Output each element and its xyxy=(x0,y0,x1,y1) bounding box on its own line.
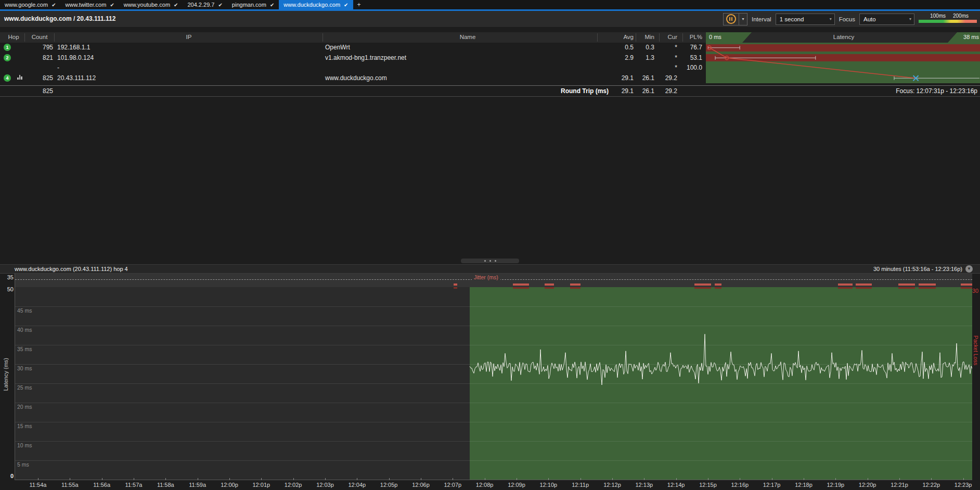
table-row[interactable]: -*100.0 xyxy=(0,63,706,73)
cell-pl: 100.0 xyxy=(678,64,702,71)
header-min: Min xyxy=(630,34,654,40)
tab-pingman.com[interactable]: pingman.com✔ xyxy=(227,0,279,9)
x-axis-label: 11:54a xyxy=(22,482,54,488)
packet-loss-mark xyxy=(545,283,554,286)
controls: ▾ Interval 1 second ▾ Focus Auto ▾ 100ms… xyxy=(723,11,977,27)
x-axis-tick xyxy=(357,478,357,480)
x-axis-tick xyxy=(581,478,581,480)
packet-loss-mark xyxy=(570,283,581,286)
x-axis-tick xyxy=(835,478,836,480)
hop-number-badge: 2 xyxy=(4,54,11,61)
x-axis-tick xyxy=(421,478,421,480)
x-axis-tick xyxy=(612,478,613,480)
packet-loss-mark xyxy=(961,283,972,286)
focus-select[interactable]: Auto ▾ xyxy=(859,14,914,25)
check-icon: ✔ xyxy=(344,2,348,8)
pause-menu-caret-button[interactable]: ▾ xyxy=(739,13,747,25)
tab-www.google.com[interactable]: www.google.com✔ xyxy=(0,0,61,9)
x-axis-label: 11:58a xyxy=(150,482,181,488)
x-axis-label: 11:57a xyxy=(118,482,149,488)
packet-loss-mark xyxy=(856,287,872,289)
cell-min: 26.1 xyxy=(630,74,654,82)
gridline xyxy=(15,441,972,442)
latency-timeline-graph[interactable]: 45 ms40 ms35 ms30 ms25 ms20 ms15 ms10 ms… xyxy=(15,287,972,480)
x-axis-label: 11:56a xyxy=(86,482,118,488)
focus-range-text: Focus: 12:07:31p - 12:23:16p xyxy=(707,87,977,95)
table-header-row: Hop Count IP Name Avg Min Cur PL% 0 ms L… xyxy=(0,32,980,43)
interval-select[interactable]: 1 second ▾ xyxy=(776,14,835,25)
target-title: www.duckduckgo.com / 20.43.111.112 xyxy=(4,15,115,22)
pause-button[interactable] xyxy=(723,13,739,25)
tab-204.2.29.7[interactable]: 204.2.29.7✔ xyxy=(183,0,227,9)
column-separator xyxy=(597,33,598,42)
jitter-graph[interactable]: Jitter (ms) xyxy=(15,274,972,287)
packet-loss-mark xyxy=(919,283,936,286)
cell-cur: * xyxy=(655,54,677,61)
x-axis-tick xyxy=(644,478,644,480)
time-range-selector[interactable]: 30 minutes (11:53:16a - 12:23:16p) xyxy=(873,266,962,272)
cell-ip: - xyxy=(57,64,59,71)
tab-label: www.youtube.com xyxy=(124,2,170,8)
x-axis-tick xyxy=(325,478,326,480)
x-axis-tick xyxy=(229,478,230,480)
x-axis-tick xyxy=(868,478,868,480)
table-row[interactable]: 2821101.98.0.124v1.akmod-bng1.tranzpeer.… xyxy=(0,53,706,63)
x-axis-label: 12:07p xyxy=(437,482,468,488)
cell-ip: 192.168.1.1 xyxy=(57,44,90,51)
table-row[interactable]: 482520.43.111.112www.duckduckgo.com29.12… xyxy=(0,73,706,84)
x-axis-tick xyxy=(708,478,708,480)
gridline xyxy=(15,326,972,326)
x-axis-tick xyxy=(261,478,262,480)
x-axis-tick xyxy=(389,478,390,480)
tab-www.twitter.com[interactable]: www.twitter.com✔ xyxy=(61,0,119,9)
gridline xyxy=(15,460,972,461)
tab-www.duckduckgo.com[interactable]: www.duckduckgo.com✔ xyxy=(279,0,353,9)
tab-label: www.twitter.com xyxy=(66,2,107,8)
x-axis-label: 12:21p xyxy=(884,482,915,488)
panel-splitter[interactable] xyxy=(0,257,980,264)
cell-count: 795 xyxy=(26,44,53,51)
gridline-label: 15 ms xyxy=(17,423,32,429)
x-axis-label: 12:11p xyxy=(565,482,596,488)
gridline-label: 35 ms xyxy=(17,346,32,352)
packet-loss-mark xyxy=(513,287,529,289)
x-axis-label: 12:09p xyxy=(501,482,532,488)
cell-avg: 2.9 xyxy=(599,54,634,61)
packet-loss-mark xyxy=(856,283,872,286)
packet-loss-mark xyxy=(898,283,914,286)
check-icon: ✔ xyxy=(174,2,178,8)
x-axis-label: 12:10p xyxy=(533,482,564,488)
gridline-label: 5 ms xyxy=(17,461,29,468)
column-separator xyxy=(636,33,636,42)
x-axis-tick xyxy=(931,478,932,480)
x-axis-label: 12:12p xyxy=(597,482,628,488)
x-axis-tick xyxy=(772,478,772,480)
x-axis-label: 12:18p xyxy=(788,482,819,488)
focus-value: Auto xyxy=(863,16,876,22)
x-axis-label: 12:16p xyxy=(724,482,755,488)
chevron-down-icon: ▾ xyxy=(742,17,744,21)
tab-www.youtube.com[interactable]: www.youtube.com✔ xyxy=(119,0,183,9)
tab-label: pingman.com xyxy=(232,2,266,8)
table-row[interactable]: 1795192.168.1.1OpenWrt0.50.3*76.7 xyxy=(0,43,706,53)
check-icon: ✔ xyxy=(110,2,114,8)
x-axis-tick xyxy=(740,478,740,480)
column-separator xyxy=(682,33,683,42)
round-trip-cur: 29.2 xyxy=(655,87,677,95)
header-latency: Latency xyxy=(784,34,904,40)
splitter-grip-icon[interactable] xyxy=(461,259,519,263)
chevron-down-circle-icon[interactable]: ▼ xyxy=(965,265,973,273)
x-axis-label: 11:55a xyxy=(54,482,85,488)
packet-loss-mark xyxy=(694,283,711,286)
cell-count: 821 xyxy=(26,54,53,61)
gridline-label: 20 ms xyxy=(17,404,32,410)
round-trip-row[interactable]: 825 Round Trip (ms) 29.1 26.1 29.2 Focus… xyxy=(0,85,980,97)
x-axis-tick xyxy=(804,478,804,480)
cell-cur: 29.2 xyxy=(655,74,677,82)
column-separator xyxy=(54,33,55,42)
x-axis-label: 12:23p xyxy=(948,482,979,488)
x-axis-label: 12:22p xyxy=(915,482,947,488)
x-axis-label: 12:17p xyxy=(756,482,788,488)
add-target-button[interactable]: + xyxy=(353,0,365,9)
control-bar: www.duckduckgo.com / 20.43.111.112 ▾ Int… xyxy=(0,11,980,28)
